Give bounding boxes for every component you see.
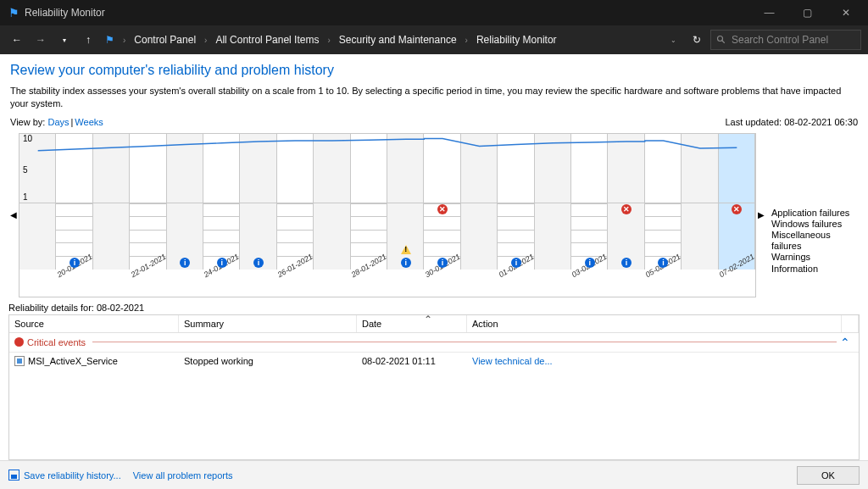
save-icon (8, 470, 19, 481)
col-date[interactable]: Date (357, 315, 467, 332)
app-flag-icon: ⚑ (8, 6, 19, 19)
search-icon (716, 35, 726, 45)
address-dropdown[interactable]: ⌄ (663, 30, 683, 50)
view-days-link[interactable]: Days (47, 117, 69, 127)
svg-line-1 (722, 41, 725, 43)
legend-windows-failures: Windows failures (771, 219, 860, 230)
breadcrumb[interactable]: All Control Panel Items (212, 34, 322, 46)
cell-date: 08-02-2021 01:11 (357, 354, 467, 368)
refresh-button[interactable]: ↻ (687, 30, 707, 50)
legend-misc-failures: Miscellaneous failures (771, 230, 860, 252)
window-title: Reliability Monitor (25, 7, 750, 19)
back-button[interactable]: ← (7, 30, 27, 50)
cell-summary: Stopped working (179, 354, 357, 368)
view-technical-details-link[interactable]: View technical de... (472, 356, 553, 366)
chevron-right-icon: › (464, 36, 470, 45)
view-weeks-link[interactable]: Weeks (75, 117, 103, 127)
view-by: View by: Days|Weeks (10, 117, 103, 127)
table-header: Source Summary Date Action (9, 315, 859, 333)
details-heading: Reliability details for: 08-02-2021 (0, 303, 868, 313)
forward-button[interactable]: → (31, 30, 51, 50)
chevron-right-icon: › (203, 36, 209, 45)
legend-app-failures: Application failures (771, 208, 860, 219)
chevron-right-icon: › (326, 36, 331, 45)
chevron-right-icon: › (121, 36, 127, 45)
titlebar: ⚑ Reliability Monitor — ▢ ✕ (0, 0, 868, 25)
chart-scroll-left[interactable]: ◀ (8, 133, 19, 297)
view-all-reports-link[interactable]: View all problem reports (133, 470, 233, 481)
content-pane: Review your computer's reliability and p… (0, 54, 868, 489)
ytick: 5 (23, 166, 28, 175)
svg-point-0 (718, 36, 723, 42)
minimize-button[interactable]: — (750, 0, 788, 25)
group-critical-events[interactable]: Critical events ⌃ (9, 333, 859, 353)
close-button[interactable]: ✕ (826, 0, 865, 25)
breadcrumb[interactable]: Security and Maintenance (336, 34, 460, 46)
search-placeholder: Search Control Panel (732, 34, 828, 46)
group-label: Critical events (27, 337, 86, 347)
details-table: Source Summary Date Action Critical even… (8, 314, 860, 460)
table-row[interactable]: MSI_ActiveX_Service Stopped working 08-0… (9, 353, 859, 370)
ytick: 1 (23, 193, 28, 202)
chart-legend: Application failures Windows failures Mi… (766, 133, 860, 297)
col-summary[interactable]: Summary (179, 315, 357, 332)
footer: Save reliability history... View all pro… (0, 460, 868, 489)
up-button[interactable]: ↑ (78, 30, 98, 50)
maximize-button[interactable]: ▢ (788, 0, 826, 25)
ok-button[interactable]: OK (797, 466, 860, 485)
col-action[interactable]: Action (467, 315, 842, 332)
cell-source: MSI_ActiveX_Service (28, 356, 118, 366)
recent-dropdown[interactable]: ▾ (54, 30, 75, 50)
breadcrumb[interactable]: Control Panel (131, 34, 199, 46)
reliability-chart[interactable]: 10 5 1 ✕✕✕ ! iiiiiiiiii 20-01-202122-01-… (19, 133, 756, 297)
ytick: 10 (23, 135, 32, 143)
search-box[interactable]: Search Control Panel (710, 30, 861, 50)
application-icon (14, 356, 25, 366)
page-description: The stability index assesses your system… (10, 85, 858, 110)
address-bar: ← → ▾ ↑ ⚑ › Control Panel › All Control … (0, 25, 868, 54)
legend-information: Information (771, 264, 860, 275)
last-updated: Last updated: 08-02-2021 06:30 (725, 117, 858, 127)
breadcrumb[interactable]: Reliability Monitor (473, 34, 560, 46)
legend-warnings: Warnings (771, 252, 860, 263)
collapse-icon[interactable]: ⌃ (840, 336, 854, 349)
col-source[interactable]: Source (9, 315, 179, 332)
page-title: Review your computer's reliability and p… (10, 63, 858, 78)
view-by-label: View by: (10, 117, 45, 127)
save-history-link[interactable]: Save reliability history... (8, 470, 121, 481)
location-flag-icon: ⚑ (105, 34, 114, 46)
